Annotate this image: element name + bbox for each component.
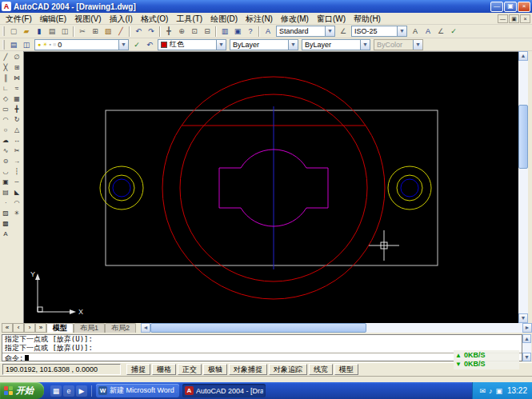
paste-button[interactable]: ▧ [102,26,114,37]
cut-button[interactable]: ✂ [76,26,89,37]
modify-tool-chamfer-button[interactable]: ◣ [12,187,22,198]
drawing-area[interactable]: YX [23,51,518,323]
command-scrollbar[interactable]: ▲ ▼ [522,334,531,361]
status-toggle-grid[interactable]: 栅格 [152,364,176,375]
close-button[interactable]: × [518,2,530,12]
undo-button[interactable]: ↶ [132,26,145,37]
make-object-layer-current-button[interactable]: ✓ [130,39,143,50]
status-toggle-lineweight[interactable]: 线宽 [309,364,333,375]
restore-button[interactable]: ▣ [504,2,517,12]
print-button[interactable]: ▤ [46,26,58,37]
draw-tool-ellipse-button[interactable]: ⊙ [1,156,11,166]
copy-button[interactable]: ⊞ [89,26,102,37]
single-line-text-button[interactable]: A [409,26,422,37]
draw-tool-revcloud-button[interactable]: ☁ [1,135,11,146]
toolbar-grip[interactable] [2,40,5,50]
taskbar-button-word[interactable]: W新建 Microsoft Word ... [96,384,179,397]
text-style-button[interactable]: A [262,26,274,37]
status-toggle-ortho[interactable]: 正交 [178,364,202,375]
zoom-previous-button[interactable]: ⊟ [201,26,214,37]
toolbar-grip[interactable] [2,26,5,36]
volume-icon[interactable]: ♪ [489,387,493,395]
zoom-window-button[interactable]: ⊡ [188,26,201,37]
command-history[interactable]: 指定下一点或 [放弃(U)]:指定下一点或 [放弃(U)]: 命令: [2,334,522,361]
tab-nav-next-button[interactable]: › [24,323,35,333]
modify-tool-fillet-button[interactable]: ◠ [12,198,22,208]
dim-style-combo[interactable]: ISO-25 ▼ [351,26,407,37]
draw-tool-mtext-button[interactable]: A [1,229,11,239]
draw-tool-insert-block-button[interactable]: ▣ [1,177,11,187]
layer-combo[interactable]: ●☀▪■ 0 ▼ [34,39,129,50]
draw-tool-point-button[interactable]: ∙ [1,198,11,208]
help-button[interactable]: ? [244,26,257,37]
modify-tool-break-at-point-button[interactable]: ┆ [12,166,22,177]
horizontal-scroll-thumb[interactable] [150,323,366,333]
draw-tool-rectangle-button[interactable]: ▭ [1,104,11,114]
tab-nav-last-button[interactable]: » [35,323,46,333]
tab-layout1[interactable]: 布局1 [74,323,105,333]
draw-tool-arc-button[interactable]: ◠ [1,114,11,125]
draw-tool-spline-button[interactable]: ∿ [1,146,11,156]
menu-item-modify[interactable]: 修改(M) [277,13,313,25]
tab-nav-prev-button[interactable]: ‹ [13,323,24,333]
chevron-down-icon[interactable]: ▼ [325,26,334,36]
draw-tool-polygon-button[interactable]: ◇ [1,94,11,104]
redo-button[interactable]: ↷ [145,26,158,37]
modify-tool-offset-button[interactable]: ≈ [12,83,22,94]
status-toggle-osnap[interactable]: 对象捕捉 [229,364,267,375]
start-button[interactable]: 开始 [0,382,44,399]
chevron-down-icon[interactable]: ▼ [118,40,128,50]
modify-tool-extend-button[interactable]: → [12,156,22,166]
tab-nav-first-button[interactable]: « [2,323,13,333]
message-icon[interactable]: ✉ [479,387,486,395]
document-close-button[interactable]: × [520,14,530,23]
match-properties-button[interactable]: ╱ [114,26,127,37]
show-desktop-icon[interactable]: ▦ [50,385,62,397]
scroll-up-icon[interactable]: ▲ [518,51,528,61]
scroll-down-icon[interactable]: ▼ [522,353,531,361]
scroll-left-icon[interactable]: ◄ [141,323,150,333]
pan-button[interactable]: ╋ [162,26,175,37]
modify-tool-mirror-button[interactable]: ⋈ [12,73,22,83]
lineweight-combo[interactable]: ByLayer ▼ [302,39,370,50]
draw-tool-make-block-button[interactable]: ▤ [1,187,11,198]
layers-button[interactable]: ◫ [20,39,33,50]
media-player-icon[interactable]: ▶ [76,385,87,397]
menu-item-view[interactable]: 视图(V) [70,13,105,25]
tab-model[interactable]: 模型 [46,323,74,333]
draw-tool-ellipse-arc-button[interactable]: ◡ [1,166,11,177]
menu-item-insert[interactable]: 插入(I) [105,13,136,25]
draw-tool-line-button[interactable]: ╱ [1,52,11,62]
horizontal-scrollbar[interactable]: ◄ ► [141,323,532,333]
designcenter-button[interactable]: ▣ [231,26,244,37]
layer-previous-button[interactable]: ↶ [143,39,156,50]
modify-tool-explode-button[interactable]: ✳ [12,208,22,218]
dim-style-manager-button[interactable]: ∠ [434,26,447,37]
open-button[interactable]: ▰ [20,26,33,37]
status-toggle-model-space[interactable]: 模型 [334,364,358,375]
layer-properties-manager-button[interactable]: ▤ [7,39,20,50]
draw-tool-construction-line-button[interactable]: ╳ [1,62,11,73]
modify-tool-copy-object-button[interactable]: ⊞ [12,62,22,73]
draw-tool-circle-button[interactable]: ○ [1,125,11,135]
text-style-combo[interactable]: Standard ▼ [276,26,335,37]
linetype-combo[interactable]: ByLayer ▼ [230,39,298,50]
modify-tool-rotate-button[interactable]: ↻ [12,114,22,125]
menu-item-file[interactable]: 文件(F) [2,13,36,25]
menu-item-draw[interactable]: 绘图(D) [206,13,242,25]
draw-tool-hatch-button[interactable]: ▨ [1,208,11,218]
internet-explorer-icon[interactable]: e [63,385,74,397]
menu-item-dimension[interactable]: 标注(N) [242,13,277,25]
modify-tool-trim-button[interactable]: ✂ [12,146,22,156]
vertical-scrollbar[interactable]: ▲ ▼ [518,51,528,323]
draw-tool-multiline-button[interactable]: ║ [1,73,11,83]
menu-item-window[interactable]: 窗口(W) [313,13,350,25]
vertical-scroll-thumb[interactable] [518,105,528,169]
chevron-down-icon[interactable]: ▼ [216,40,226,50]
properties-button[interactable]: ▥ [218,26,231,37]
scroll-up-icon[interactable]: ▲ [522,334,531,343]
menu-item-edit[interactable]: 编辑(E) [36,13,70,25]
draw-tool-polyline-button[interactable]: ∟ [1,83,11,94]
modify-tool-array-button[interactable]: ▦ [12,94,22,104]
modify-tool-move-button[interactable]: ╋ [12,104,22,114]
